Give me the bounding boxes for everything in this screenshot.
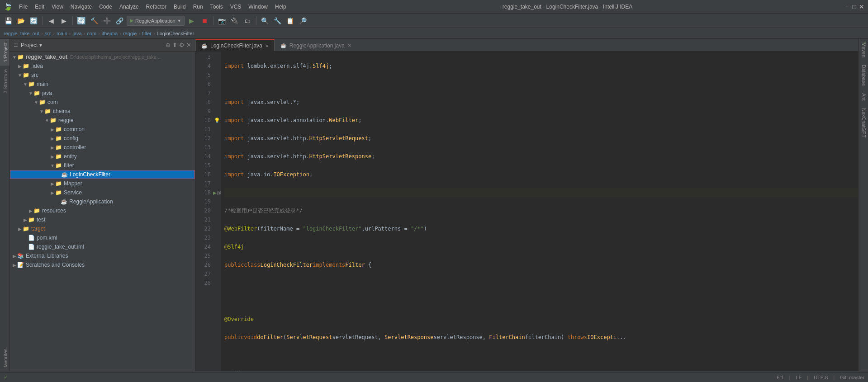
expand-arrow: ▼ xyxy=(12,55,17,60)
close-button[interactable]: ✕ xyxy=(859,3,864,10)
structure-button[interactable]: 🗂 xyxy=(242,15,253,26)
tree-item-test[interactable]: ▶ 📁 test xyxy=(10,215,195,224)
expand-arrow: ▼ xyxy=(28,91,33,96)
tree-item-common[interactable]: ▶ 📁 common xyxy=(10,125,195,134)
settings-button[interactable]: 🔧 xyxy=(272,15,283,26)
folder-icon: 📁 xyxy=(55,180,62,187)
tree-item-service[interactable]: ▶ 📁 Service xyxy=(10,188,195,197)
tree-item-resources[interactable]: ▶ 📁 resources xyxy=(10,206,195,215)
tab-close-button[interactable]: ✕ xyxy=(347,43,351,48)
right-tab-database[interactable]: Database xyxy=(859,61,868,90)
menu-refactor[interactable]: Refactor xyxy=(143,3,169,11)
forward-button[interactable]: ▶ xyxy=(58,15,69,26)
open-button[interactable]: 📂 xyxy=(15,15,26,26)
editor-tab-reggieapp[interactable]: ☕ ReggieApplication.java ✕ xyxy=(275,39,357,51)
tree-item-src[interactable]: ▼ 📁 src xyxy=(10,71,195,80)
menu-file[interactable]: File xyxy=(16,3,30,11)
bc-project[interactable]: reggie_take_out xyxy=(4,31,39,36)
expand-arrow: ▼ xyxy=(39,109,44,114)
project-panel-title: Project ▾ xyxy=(21,42,163,48)
expand-arrow: ▶ xyxy=(28,208,33,213)
code-content[interactable]: import lombok.extern.slf4j.Slf4j; import… xyxy=(221,52,858,371)
save-all-button[interactable]: 💾 xyxy=(3,15,14,26)
tree-label: .idea xyxy=(31,63,43,69)
menu-view[interactable]: View xyxy=(49,3,66,11)
sidebar-tab-structure[interactable]: 2:Structure xyxy=(0,66,9,97)
search-everywhere-button[interactable]: 🔍 xyxy=(260,15,270,26)
sidebar-tab-project[interactable]: 1:Project xyxy=(0,39,9,66)
menu-run[interactable]: Run xyxy=(190,3,206,11)
menu-tools[interactable]: Tools xyxy=(208,3,226,11)
find-button[interactable]: 🔎 xyxy=(298,15,308,26)
tree-item-java[interactable]: ▼ 📁 java xyxy=(10,89,195,98)
tree-item-logincheckfilter[interactable]: ☕ LoginCheckFilter xyxy=(10,170,195,179)
menu-help[interactable]: Help xyxy=(272,3,289,11)
tree-item-com[interactable]: ▼ 📁 com xyxy=(10,98,195,107)
right-tab-nexchatgpt[interactable]: NexChatGPT xyxy=(859,104,868,141)
tree-item-filter[interactable]: ▼ 📁 filter xyxy=(10,161,195,170)
status-encoding: UTF-8 xyxy=(814,375,828,380)
toolbar-sep-2 xyxy=(72,16,73,25)
run-gutter-icon[interactable]: ▶ xyxy=(213,190,217,195)
bc-itheima[interactable]: itheima xyxy=(102,31,118,36)
coverage-button[interactable]: 📷 xyxy=(217,15,228,26)
hide-panel-icon[interactable]: ✕ xyxy=(186,42,191,48)
tree-item-pom[interactable]: 📄 pom.xml xyxy=(10,233,195,242)
code-editor[interactable]: 3 4 5 6 7 8 9 10 11 12 13 14 15 16 17 18… xyxy=(195,52,858,371)
tree-label: Scratches and Consoles xyxy=(26,262,85,268)
sync-button[interactable]: 🔄 xyxy=(28,15,39,26)
tree-item-config[interactable]: ▶ 📁 config xyxy=(10,134,195,143)
iml-icon: 📄 xyxy=(28,244,35,250)
collapse-all-icon[interactable]: ⬆ xyxy=(172,42,177,48)
tree-item-scratches[interactable]: ▶ 📝 Scratches and Consoles xyxy=(10,260,195,269)
bc-filter[interactable]: filter xyxy=(142,31,152,36)
back-button[interactable]: ◀ xyxy=(46,15,57,26)
tree-item-mapper[interactable]: ▶ 📁 Mapper xyxy=(10,179,195,188)
tree-item-reggieapp[interactable]: ☕ ReggieApplication xyxy=(10,197,195,206)
stop-button[interactable]: ⏹ xyxy=(199,15,210,26)
bc-main[interactable]: main xyxy=(57,31,67,36)
tab-close-button[interactable]: ✕ xyxy=(265,43,269,48)
menu-code[interactable]: Code xyxy=(96,3,115,11)
tree-item-itheima[interactable]: ▼ 📁 itheima xyxy=(10,107,195,116)
settings-icon[interactable]: ⚙ xyxy=(179,42,185,48)
minimize-button[interactable]: − xyxy=(846,3,849,10)
tree-item-idea[interactable]: ▶ 📁 .idea xyxy=(10,61,195,71)
sidebar-tab-favorites[interactable]: favorites xyxy=(0,345,9,371)
menu-build[interactable]: Build xyxy=(171,3,189,11)
run-config-button[interactable]: 🔗 xyxy=(114,15,125,26)
right-tab-ant[interactable]: Ant xyxy=(859,90,868,104)
refresh-button[interactable]: 🔄 xyxy=(76,15,87,26)
folder-icon: 📁 xyxy=(55,189,62,196)
menu-analyze[interactable]: Analyze xyxy=(117,3,142,11)
locate-icon[interactable]: ⊕ xyxy=(166,42,171,48)
editor-tab-logincheckfilter[interactable]: ☕ LoginCheckFilter.java ✕ xyxy=(195,39,275,51)
menu-edit[interactable]: Edit xyxy=(32,3,47,11)
tree-item-target[interactable]: ▶ 📁 target xyxy=(10,224,195,233)
run-config-combo[interactable]: ▶ ReggieApplication ▼ xyxy=(127,16,185,26)
tree-item-reggie[interactable]: ▼ 📁 reggie xyxy=(10,116,195,125)
bc-com[interactable]: com xyxy=(87,31,96,36)
tree-item-entity[interactable]: ▶ 📁 entity xyxy=(10,152,195,161)
run-button[interactable]: ▶ xyxy=(186,15,197,26)
maximize-button[interactable]: □ xyxy=(853,3,856,10)
lightbulb-icon[interactable]: 💡 xyxy=(214,118,220,123)
menu-window[interactable]: Window xyxy=(246,3,270,11)
code-line-9: import java.io.IOException; xyxy=(224,170,858,179)
build-button[interactable]: 🔨 xyxy=(89,15,100,26)
menu-vcs[interactable]: VCS xyxy=(228,3,244,11)
tree-item-iml[interactable]: 📄 reggie_take_out.iml xyxy=(10,242,195,251)
bc-reggie[interactable]: reggie xyxy=(123,31,137,36)
tree-label: common xyxy=(64,126,85,132)
bc-java[interactable]: java xyxy=(72,31,81,36)
bc-src[interactable]: src xyxy=(45,31,52,36)
right-tab-maven[interactable]: Maven xyxy=(859,39,868,61)
tree-item-root[interactable]: ▼ 📁 reggie_take_out D:\develop\itheima_p… xyxy=(10,52,195,61)
tree-item-main[interactable]: ▼ 📁 main xyxy=(10,80,195,89)
tree-item-ext-libs[interactable]: ▶ 📚 External Libraries xyxy=(10,251,195,260)
add-button[interactable]: ➕ xyxy=(101,15,112,26)
tree-item-controller[interactable]: ▶ 📁 controller xyxy=(10,143,195,152)
project-settings-button[interactable]: 📋 xyxy=(285,15,296,26)
menu-navigate[interactable]: Navigate xyxy=(68,3,95,11)
profile-button[interactable]: 🔌 xyxy=(229,15,240,26)
